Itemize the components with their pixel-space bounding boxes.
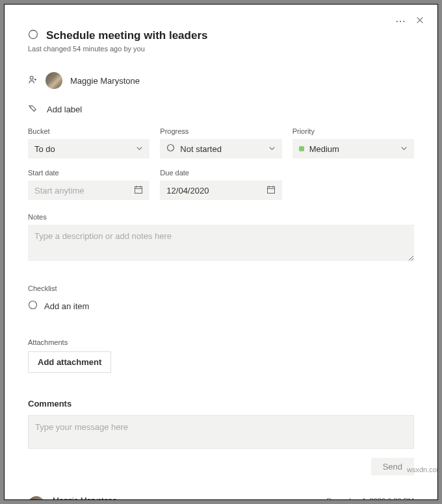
bucket-field: Bucket To do xyxy=(28,127,150,158)
due-date-input[interactable]: 12/04/2020 xyxy=(160,181,281,200)
notes-textarea[interactable] xyxy=(28,225,414,261)
bucket-label: Bucket xyxy=(28,127,150,135)
progress-status-icon xyxy=(166,144,175,154)
complete-circle-icon[interactable] xyxy=(28,29,38,42)
attachments-label: Attachments xyxy=(28,338,414,346)
add-person-icon xyxy=(28,75,38,87)
more-icon[interactable]: ⋯ xyxy=(395,15,406,27)
calendar-icon xyxy=(266,185,276,196)
bucket-value: To do xyxy=(34,144,55,154)
comment-item: Maggie Marystone December 4, 2020 3:02 P… xyxy=(28,496,414,500)
chevron-down-icon xyxy=(400,144,408,154)
add-label-button[interactable]: Add label xyxy=(28,103,414,116)
due-date-value: 12/04/2020 xyxy=(166,186,209,195)
priority-select[interactable]: Medium xyxy=(292,139,414,158)
checklist-add-text: Add an item xyxy=(44,301,89,311)
radio-icon xyxy=(28,300,38,312)
svg-point-6 xyxy=(29,301,37,309)
comments-title: Comments xyxy=(28,399,414,409)
priority-label: Priority xyxy=(292,127,414,135)
progress-label: Progress xyxy=(160,127,281,135)
checklist-add-item[interactable]: Add an item xyxy=(28,300,414,312)
tag-icon xyxy=(28,103,38,116)
svg-point-0 xyxy=(29,31,38,39)
assignee-name: Maggie Marystone xyxy=(70,76,140,86)
add-attachment-button[interactable]: Add attachment xyxy=(28,351,111,373)
calendar-icon xyxy=(134,185,143,196)
task-dialog: ⋯ Schedule meeting with leaders Last cha… xyxy=(4,4,438,500)
start-date-label: Start date xyxy=(28,169,150,177)
comment-input[interactable] xyxy=(28,415,414,449)
comment-content: Maggie Marystone December 4, 2020 3:02 P… xyxy=(53,496,414,500)
avatar xyxy=(28,496,45,500)
comment-time: December 4, 2020 3:02 PM xyxy=(326,497,414,500)
fields-row-2: Start date Start anytime Due date 12/04/… xyxy=(28,169,414,200)
start-date-input[interactable]: Start anytime xyxy=(28,181,150,200)
last-changed: Last changed 54 minutes ago by you xyxy=(28,45,414,53)
priority-field: Priority Medium xyxy=(292,127,414,158)
svg-rect-4 xyxy=(135,186,142,193)
comment-author: Maggie Marystone xyxy=(53,496,117,500)
due-date-field: Due date 12/04/2020 xyxy=(160,169,281,200)
svg-point-2 xyxy=(31,107,32,108)
chevron-down-icon xyxy=(136,144,143,154)
task-title-row: Schedule meeting with leaders xyxy=(28,29,414,42)
watermark: wsxdn.com xyxy=(407,466,438,473)
add-label-text: Add label xyxy=(47,105,82,114)
svg-point-1 xyxy=(30,76,33,79)
start-date-field: Start date Start anytime xyxy=(28,169,150,200)
due-date-label: Due date xyxy=(160,169,281,177)
close-icon[interactable] xyxy=(415,16,424,27)
send-row: Send xyxy=(28,458,414,475)
fields-row-1: Bucket To do Progress Not started Priori… xyxy=(28,127,414,158)
checklist-label: Checklist xyxy=(28,284,414,292)
avatar xyxy=(46,72,62,89)
priority-value: Medium xyxy=(309,144,339,154)
dialog-header-actions: ⋯ xyxy=(395,15,424,27)
task-title[interactable]: Schedule meeting with leaders xyxy=(46,29,207,42)
bucket-select[interactable]: To do xyxy=(28,139,150,158)
progress-select[interactable]: Not started xyxy=(160,139,281,158)
progress-field: Progress Not started xyxy=(160,127,281,158)
svg-rect-5 xyxy=(267,186,274,193)
comment-head: Maggie Marystone December 4, 2020 3:02 P… xyxy=(53,496,414,500)
assignee-row[interactable]: Maggie Marystone xyxy=(28,72,414,89)
priority-dot-icon xyxy=(299,146,304,151)
start-date-placeholder: Start anytime xyxy=(34,186,84,195)
progress-value: Not started xyxy=(180,144,222,154)
notes-label: Notes xyxy=(28,213,414,221)
chevron-down-icon xyxy=(268,144,276,154)
svg-point-3 xyxy=(168,145,174,151)
